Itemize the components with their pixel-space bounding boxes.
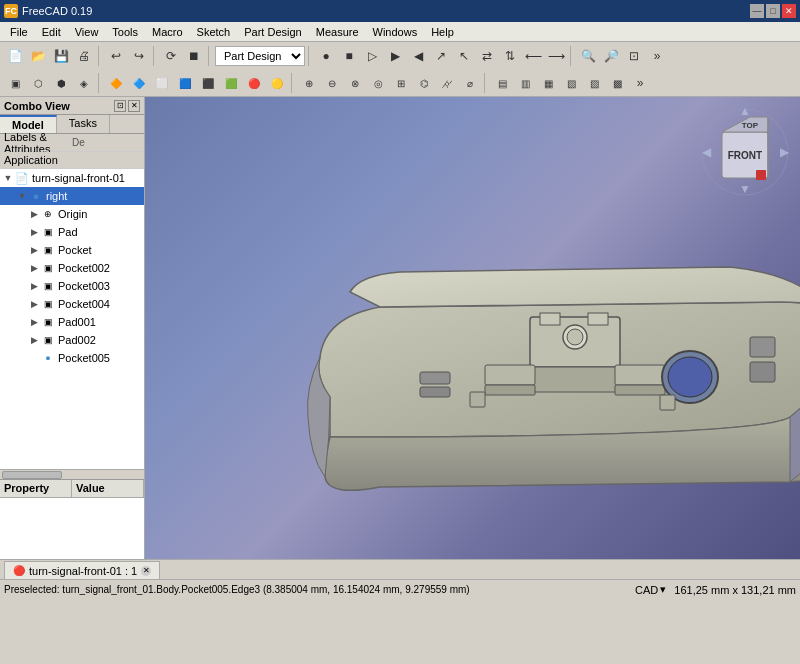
tb-btn-11[interactable]: ⟶: [545, 45, 567, 67]
pd-btn-14[interactable]: ⊖: [321, 72, 343, 94]
refresh-button[interactable]: ⟳: [160, 45, 182, 67]
expand-root[interactable]: ▼: [2, 172, 14, 184]
document-tab[interactable]: 🔴 turn-signal-front-01 : 1 ✕: [4, 561, 160, 579]
tree-item-pocket003[interactable]: ▶ ▣ Pocket003: [0, 277, 144, 295]
tree-scrollbar-h[interactable]: [0, 469, 144, 479]
tree-item-pocket004[interactable]: ▶ ▣ Pocket004: [0, 295, 144, 313]
tree-item-root[interactable]: ▼ 📄 turn-signal-front-01: [0, 169, 144, 187]
pd-btn-2[interactable]: ⬡: [27, 72, 49, 94]
menu-measure[interactable]: Measure: [310, 24, 365, 40]
stop-button[interactable]: ⏹: [183, 45, 205, 67]
expand-origin[interactable]: ▶: [28, 208, 40, 220]
expand-pocket002[interactable]: ▶: [28, 262, 40, 274]
tb-btn-3[interactable]: ▷: [361, 45, 383, 67]
tb-btn-1[interactable]: ●: [315, 45, 337, 67]
close-button[interactable]: ✕: [782, 4, 796, 18]
pd-btn-12[interactable]: 🟡: [266, 72, 288, 94]
expand-pad002[interactable]: ▶: [28, 334, 40, 346]
cad-dropdown-arrow[interactable]: ▾: [660, 583, 666, 596]
undo-button[interactable]: ↩: [105, 45, 127, 67]
new-button[interactable]: 📄: [4, 45, 26, 67]
tree-item-pocket002[interactable]: ▶ ▣ Pocket002: [0, 259, 144, 277]
doc-tab-close[interactable]: ✕: [141, 566, 151, 576]
part-3d-svg[interactable]: X Z: [300, 217, 800, 557]
combo-float-button[interactable]: ⊡: [114, 100, 126, 112]
menu-edit[interactable]: Edit: [36, 24, 67, 40]
workbench-dropdown[interactable]: Part Design Sketcher Part: [215, 46, 305, 66]
pd-btn-15[interactable]: ⊗: [344, 72, 366, 94]
pd-btn-6[interactable]: 🔷: [128, 72, 150, 94]
pd-btn-17[interactable]: ⊞: [390, 72, 412, 94]
expand-pad001[interactable]: ▶: [28, 316, 40, 328]
expand-pocket004[interactable]: ▶: [28, 298, 40, 310]
pd-more[interactable]: »: [629, 72, 651, 94]
menu-tools[interactable]: Tools: [106, 24, 144, 40]
pd-btn-18[interactable]: ⌬: [413, 72, 435, 94]
viewport[interactable]: ▲ ▼ ◀ ▶ TOP FRONT: [145, 97, 800, 559]
tree-item-pocket005[interactable]: ▶ ● Pocket005: [0, 349, 144, 367]
tb-btn-6[interactable]: ↗: [430, 45, 452, 67]
tree-area[interactable]: ▼ 📄 turn-signal-front-01 ▼ ● right ▶ ⊕ O…: [0, 169, 144, 469]
open-button[interactable]: 📂: [27, 45, 49, 67]
pd-btn-5[interactable]: 🔶: [105, 72, 127, 94]
tree-item-origin[interactable]: ▶ ⊕ Origin: [0, 205, 144, 223]
pd-btn-10[interactable]: 🟩: [220, 72, 242, 94]
menu-help[interactable]: Help: [425, 24, 460, 40]
pd-btn-24[interactable]: ▧: [560, 72, 582, 94]
pd-btn-3[interactable]: ⬢: [50, 72, 72, 94]
menu-macro[interactable]: Macro: [146, 24, 189, 40]
pd-btn-26[interactable]: ▩: [606, 72, 628, 94]
combo-close-button[interactable]: ✕: [128, 100, 140, 112]
pd-btn-21[interactable]: ▤: [491, 72, 513, 94]
save-button[interactable]: 💾: [50, 45, 72, 67]
pd-btn-8[interactable]: 🟦: [174, 72, 196, 94]
print-button[interactable]: 🖨: [73, 45, 95, 67]
redo-button[interactable]: ↪: [128, 45, 150, 67]
zoom-out-button[interactable]: 🔎: [600, 45, 622, 67]
pd-btn-20[interactable]: ⌀: [459, 72, 481, 94]
expand-pocket003[interactable]: ▶: [28, 280, 40, 292]
pd-btn-25[interactable]: ▨: [583, 72, 605, 94]
menu-file[interactable]: File: [4, 24, 34, 40]
tree-item-body[interactable]: ▼ ● right: [0, 187, 144, 205]
view-cube-svg[interactable]: ▲ ▼ ◀ ▶ TOP FRONT: [700, 107, 790, 197]
application-label: Application: [0, 152, 144, 169]
tb-btn-2[interactable]: ■: [338, 45, 360, 67]
pd-btn-13[interactable]: ⊕: [298, 72, 320, 94]
tree-item-pocket[interactable]: ▶ ▣ Pocket: [0, 241, 144, 259]
pd-btn-22[interactable]: ▥: [514, 72, 536, 94]
view-cube[interactable]: ▲ ▼ ◀ ▶ TOP FRONT: [700, 107, 790, 197]
tree-item-pad002[interactable]: ▶ ▣ Pad002: [0, 331, 144, 349]
pd-btn-23[interactable]: ▦: [537, 72, 559, 94]
tb-btn-7[interactable]: ↖: [453, 45, 475, 67]
tree-item-pad[interactable]: ▶ ▣ Pad: [0, 223, 144, 241]
pd-btn-7[interactable]: ⬜: [151, 72, 173, 94]
tb-btn-5[interactable]: ◀: [407, 45, 429, 67]
pd-btn-9[interactable]: ⬛: [197, 72, 219, 94]
expand-body[interactable]: ▼: [16, 190, 28, 202]
pd-btn-1[interactable]: ▣: [4, 72, 26, 94]
pd-btn-4[interactable]: ◈: [73, 72, 95, 94]
tb-btn-4[interactable]: ▶: [384, 45, 406, 67]
menu-windows[interactable]: Windows: [367, 24, 424, 40]
zoom-in-button[interactable]: 🔍: [577, 45, 599, 67]
pd-btn-19[interactable]: ⌭: [436, 72, 458, 94]
menu-part-design[interactable]: Part Design: [238, 24, 307, 40]
tb-btn-10[interactable]: ⟵: [522, 45, 544, 67]
menu-sketch[interactable]: Sketch: [191, 24, 237, 40]
label-pocket: Pocket: [58, 244, 92, 256]
minimize-button[interactable]: —: [750, 4, 764, 18]
tb-btn-9[interactable]: ⇅: [499, 45, 521, 67]
expand-pad[interactable]: ▶: [28, 226, 40, 238]
pd-btn-11[interactable]: 🔴: [243, 72, 265, 94]
maximize-button[interactable]: □: [766, 4, 780, 18]
menu-view[interactable]: View: [69, 24, 105, 40]
tree-item-pad001[interactable]: ▶ ▣ Pad001: [0, 313, 144, 331]
arrow-down: ▼: [739, 182, 751, 196]
tb-more[interactable]: »: [646, 45, 668, 67]
tb-btn-8[interactable]: ⇄: [476, 45, 498, 67]
combo-view-buttons: ⊡ ✕: [114, 100, 140, 112]
pd-btn-16[interactable]: ◎: [367, 72, 389, 94]
expand-pocket[interactable]: ▶: [28, 244, 40, 256]
view-all-button[interactable]: ⊡: [623, 45, 645, 67]
